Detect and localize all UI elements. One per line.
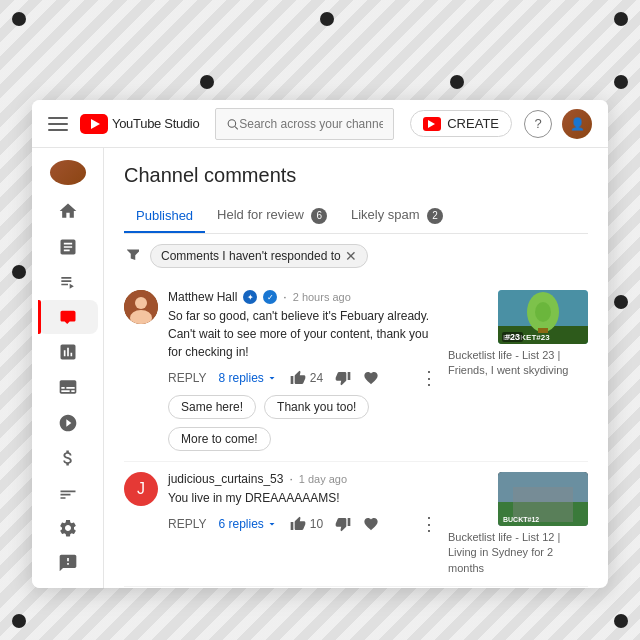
- verified-badge-1: ✓: [263, 290, 277, 304]
- dot-mid-left: [12, 265, 26, 279]
- thumbnail-2[interactable]: BUCKT#12: [498, 472, 588, 526]
- search-icon: [226, 117, 239, 131]
- search-input[interactable]: [239, 117, 383, 131]
- spam-badge: 2: [427, 208, 443, 224]
- quick-reply-more-to-come[interactable]: More to come!: [168, 427, 271, 451]
- sidebar-item-dashboard[interactable]: [38, 195, 98, 228]
- search-bar[interactable]: [215, 108, 394, 140]
- comment-author-1: Matthew Hall: [168, 290, 237, 304]
- more-button-1[interactable]: ⋮: [420, 367, 438, 389]
- thumbs-down-icon-1[interactable]: [335, 370, 351, 386]
- active-indicator: [38, 300, 41, 333]
- tab-likely-spam[interactable]: Likely spam 2: [339, 199, 455, 234]
- comment-header-1: Matthew Hall ✦ ✓ · 2 hours ago: [168, 290, 438, 304]
- video-title-2: Bucketlist life - List 12 | Living in Sy…: [448, 530, 588, 576]
- customise-icon: [58, 483, 78, 503]
- dot-right-mid: [614, 295, 628, 309]
- corner-dot-tr: [614, 12, 628, 26]
- top-bar: YouTube Studio CREATE ? 👤: [32, 100, 608, 148]
- sidebar-item-feedback[interactable]: [38, 547, 98, 580]
- sidebar-item-copyright[interactable]: [38, 406, 98, 439]
- thumbnail-1[interactable]: BUCKET#23: [498, 290, 588, 344]
- avatar-initials: 👤: [570, 117, 585, 131]
- help-icon: ?: [534, 116, 541, 131]
- heart-icon-1[interactable]: [363, 370, 379, 386]
- copyright-icon: [58, 413, 78, 433]
- tab-held-for-review[interactable]: Held for review 6: [205, 199, 339, 234]
- held-badge: 6: [311, 208, 327, 224]
- user-avatar[interactable]: 👤: [562, 109, 592, 139]
- page-title: Channel comments: [124, 164, 588, 187]
- dot-upper-right: [614, 75, 628, 89]
- like-group-1: 24: [290, 370, 323, 386]
- more-button-2[interactable]: ⋮: [420, 513, 438, 535]
- comment-actions-2: REPLY 6 replies 10 ⋮: [168, 513, 438, 535]
- thumbs-up-icon-1[interactable]: [290, 370, 306, 386]
- earn-icon: [58, 448, 78, 468]
- filter-chip-close[interactable]: ✕: [345, 249, 357, 263]
- subtitles-icon: [58, 377, 78, 397]
- comment-actions-1: REPLY 8 replies 24 ⋮: [168, 367, 438, 389]
- sidebar-item-earn[interactable]: [38, 441, 98, 474]
- sidebar-item-playlists[interactable]: [38, 265, 98, 298]
- help-button[interactable]: ?: [524, 110, 552, 138]
- sidebar-item-content[interactable]: [38, 230, 98, 263]
- analytics-icon: [58, 342, 78, 362]
- corner-dot-bl: [12, 614, 26, 628]
- playlist-icon: [58, 272, 78, 292]
- like-group-2: 10: [290, 516, 323, 532]
- logo: YouTube Studio: [80, 114, 199, 134]
- comment-time-1: 2 hours ago: [293, 291, 351, 303]
- sidebar-item-customise[interactable]: [38, 476, 98, 509]
- hamburger-menu[interactable]: [48, 117, 68, 131]
- like-count-2: 10: [310, 517, 323, 531]
- quick-reply-thank-you-tool[interactable]: Thank you too!: [264, 395, 369, 419]
- filter-icon[interactable]: [124, 245, 142, 267]
- comment-item-2: J judicious_curtains_53 · 1 day ago You …: [124, 462, 588, 587]
- replies-button-1[interactable]: 8 replies: [218, 371, 277, 385]
- sidebar-item-settings[interactable]: [38, 512, 98, 545]
- create-button[interactable]: CREATE: [410, 110, 512, 137]
- svg-point-2: [229, 119, 237, 127]
- comment-text-1: So far so good, can't believe it's Febua…: [168, 307, 438, 361]
- comment-text-2: You live in my DREAAAAAAMS!: [168, 489, 438, 507]
- corner-dot-tl: [12, 12, 26, 26]
- thumbnail-img-1: BUCKET#23: [498, 290, 588, 344]
- create-label: CREATE: [447, 116, 499, 131]
- sidebar-item-comments[interactable]: [38, 300, 98, 333]
- replies-button-2[interactable]: 6 replies: [218, 517, 277, 531]
- filter-chip: Comments I haven't responded to ✕: [150, 244, 368, 268]
- browser-window: YouTube Studio CREATE ? 👤: [32, 100, 608, 588]
- settings-icon: [58, 518, 78, 538]
- comment-video-2: BUCKT#12 Bucketlist life - List 12 | Liv…: [448, 472, 588, 576]
- reply-button-1[interactable]: REPLY: [168, 371, 206, 385]
- member-badge-1: ✦: [243, 290, 257, 304]
- sidebar: [32, 148, 104, 588]
- reply-button-2[interactable]: REPLY: [168, 517, 206, 531]
- thumbs-up-icon-2[interactable]: [290, 516, 306, 532]
- svg-text:BUCKET#23: BUCKET#23: [503, 333, 550, 342]
- avatar-img-1: [124, 290, 158, 324]
- comment-avatar-2: J: [124, 472, 158, 506]
- comment-body-2: judicious_curtains_53 · 1 day ago You li…: [168, 472, 438, 576]
- dot-top-right-mid: [450, 75, 464, 89]
- heart-icon-2[interactable]: [363, 516, 379, 532]
- comment-author-2: judicious_curtains_53: [168, 472, 283, 486]
- comment-avatar-1: [124, 290, 158, 324]
- comment-video-1: BUCKET#23 Bucketlist life - List 23 | Fr…: [448, 290, 588, 451]
- tab-published[interactable]: Published: [124, 200, 205, 233]
- svg-point-10: [535, 302, 551, 322]
- svg-point-5: [135, 297, 147, 309]
- comment-item-3: Angela Davis ✦ · 3 weeks ago Can you sha…: [124, 587, 588, 588]
- create-icon: [423, 117, 441, 131]
- video-title-1: Bucketlist life - List 23 | Friends, I w…: [448, 348, 588, 379]
- sidebar-item-analytics[interactable]: [38, 336, 98, 369]
- quick-reply-same-here[interactable]: Same here!: [168, 395, 256, 419]
- channel-avatar[interactable]: [50, 160, 86, 185]
- sidebar-item-subtitles[interactable]: [38, 371, 98, 404]
- comment-time-2: 1 day ago: [299, 473, 347, 485]
- thumbs-down-icon-2[interactable]: [335, 516, 351, 532]
- main-layout: Channel comments Published Held for revi…: [32, 148, 608, 588]
- quick-reply-buttons-1: Same here! Thank you too! More to come!: [168, 395, 438, 451]
- dot-upper-left: [200, 75, 214, 89]
